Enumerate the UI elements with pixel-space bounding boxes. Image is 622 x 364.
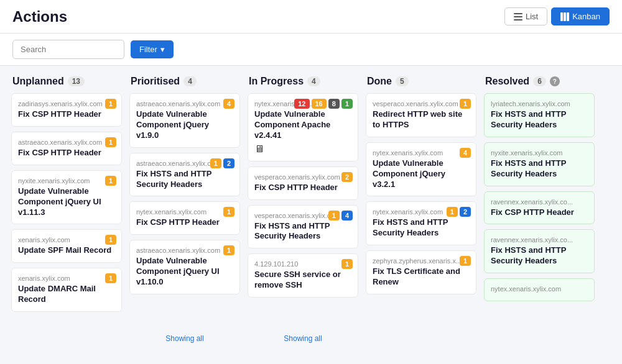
showing-all-inprogress[interactable]: Showing all bbox=[248, 332, 358, 345]
card-domain: astraeaco.xenaris.xylix.com bbox=[136, 247, 233, 254]
column-title-inprogress: In Progress bbox=[249, 76, 304, 87]
badge-orange: 1 bbox=[447, 207, 458, 217]
column-title-unplanned: Unplanned bbox=[12, 76, 64, 87]
card-domain: astraeaco.xenaris.xylix.com bbox=[136, 100, 233, 107]
card-domain: 4.129.101.210 bbox=[254, 260, 351, 268]
help-icon[interactable]: ? bbox=[550, 76, 560, 86]
column-count-done: 5 bbox=[396, 76, 409, 86]
card[interactable]: astraeaco.xenaris.xylix.com Update Vulne… bbox=[129, 240, 240, 294]
card-title: Fix CSP HTTP Header bbox=[18, 148, 115, 158]
badge-orange: 16 bbox=[312, 99, 327, 109]
badge-blue: 4 bbox=[341, 211, 353, 221]
kanban-view-button[interactable]: Kanban bbox=[551, 7, 610, 25]
card-title: Fix HSTS and HTTP Security Headers bbox=[491, 245, 588, 266]
card[interactable]: vesperaco.xenaris.xylix.com Fix CSP HTTP… bbox=[248, 166, 358, 200]
badge: 1 bbox=[105, 235, 116, 245]
badge: 1 bbox=[341, 259, 353, 269]
badge: 1 bbox=[105, 99, 116, 109]
badge-blue: 2 bbox=[460, 207, 471, 217]
badge: 1 bbox=[105, 273, 116, 283]
badge: 4 bbox=[460, 148, 471, 158]
card[interactable]: vesperaco.xenaris.xylix.com Redirect HTT… bbox=[366, 93, 476, 137]
card-domain: ravennex.xenaris.xylix.co... bbox=[491, 198, 588, 206]
cards-done: vesperaco.xenaris.xylix.com Redirect HTT… bbox=[366, 93, 476, 345]
badge-green: 1 bbox=[341, 99, 353, 109]
column-header-resolved: Resolved 6 ? bbox=[484, 76, 595, 87]
card[interactable]: ravennex.xenaris.xylix.co... Fix CSP HTT… bbox=[484, 191, 595, 225]
card[interactable]: zephyra.zypherus.xenaris.x... Fix TLS Ce… bbox=[366, 250, 476, 294]
column-resolved: Resolved 6 ? lyriatech.xenaris.xylix.com… bbox=[480, 76, 598, 345]
card[interactable]: astraeaco.xenaris.xylix.com Update Vulne… bbox=[129, 93, 240, 148]
svg-rect-1 bbox=[514, 16, 522, 17]
column-title-resolved: Resolved bbox=[485, 76, 529, 87]
card[interactable]: 4.129.101.210 Secure SSH service or remo… bbox=[248, 253, 358, 298]
card-domain: nytex.xenaris.xylix.com bbox=[491, 285, 588, 293]
card[interactable]: nytex.xenaris.xylix.com Update Vulnerabl… bbox=[248, 93, 358, 162]
column-count-unplanned: 13 bbox=[68, 76, 85, 86]
badge: 1 bbox=[460, 256, 471, 266]
column-count-resolved: 6 bbox=[533, 76, 546, 86]
chevron-down-icon: ▾ bbox=[160, 45, 165, 54]
card[interactable]: zadiriasys.xenaris.xylix.com Fix CSP HTT… bbox=[11, 93, 122, 127]
column-prioritised: Prioritised 4 astraeaco.xenaris.xylix.co… bbox=[126, 76, 244, 345]
card-domain: nyxite.xenaris.xylix.com bbox=[18, 177, 115, 184]
column-count-prioritised: 4 bbox=[183, 76, 197, 86]
card-title: Update SPF Mail Record bbox=[18, 245, 115, 256]
card[interactable]: astraeaco.xenaris.xylix.com Fix HSTS and… bbox=[129, 153, 240, 197]
badge-dark: 8 bbox=[328, 99, 340, 109]
card-domain: astraeaco.xenaris.xylix.com bbox=[18, 139, 115, 146]
column-title-prioritised: Prioritised bbox=[131, 76, 180, 87]
showing-all-prioritised[interactable]: Showing all bbox=[129, 332, 240, 345]
card[interactable]: nytex.xenaris.xylix.com bbox=[484, 278, 595, 301]
card-title: Redirect HTTP web site to HTTPS bbox=[373, 109, 470, 130]
cards-unplanned: zadiriasys.xenaris.xylix.com Fix CSP HTT… bbox=[11, 93, 122, 345]
card-title: Fix TLS Certificate and Renew bbox=[373, 266, 470, 288]
badge-orange: 1 bbox=[328, 211, 340, 221]
card[interactable]: vesperaco.xenaris.xylix.com Fix HSTS and… bbox=[248, 205, 358, 249]
card-title: Fix HSTS and HTTP Security Headers bbox=[254, 221, 351, 242]
badge-red: 12 bbox=[294, 99, 309, 109]
card-domain: xenaris.xylix.com bbox=[18, 275, 115, 282]
card-title: Update Vulnerable Component jQuery UI v1… bbox=[18, 186, 115, 218]
card-title: Update Vulnerable Component Apache v2.4.… bbox=[254, 109, 351, 141]
card-title: Fix CSP HTTP Header bbox=[136, 217, 233, 228]
card[interactable]: nytex.xenaris.xylix.com Fix HSTS and HTT… bbox=[366, 201, 476, 245]
page-header: Actions List Kanban bbox=[0, 0, 622, 34]
column-count-inprogress: 4 bbox=[307, 76, 320, 86]
card[interactable]: nytex.xenaris.xylix.com Fix CSP HTTP Hea… bbox=[129, 201, 240, 235]
card-title: Fix HSTS and HTTP Security Headers bbox=[491, 158, 588, 180]
card[interactable]: xenaris.xylix.com Update DMARC Mail Reco… bbox=[11, 268, 122, 312]
svg-rect-3 bbox=[560, 12, 563, 21]
multi-badges: 121681 bbox=[294, 99, 353, 109]
card-domain: xenaris.xylix.com bbox=[18, 236, 115, 243]
badge: 2 bbox=[341, 172, 353, 182]
card[interactable]: ravennex.xenaris.xylix.co... Fix HSTS an… bbox=[484, 229, 595, 273]
card-domain: vesperaco.xenaris.xylix.com bbox=[254, 173, 351, 181]
card[interactable]: nyxite.xenaris.xylix.com Update Vulnerab… bbox=[11, 170, 122, 225]
card[interactable]: nyxite.xenaris.xylix.com Fix HSTS and HT… bbox=[484, 142, 595, 186]
list-view-button[interactable]: List bbox=[504, 7, 547, 25]
badge: 4 bbox=[223, 99, 234, 109]
cards-prioritised: astraeaco.xenaris.xylix.com Update Vulne… bbox=[129, 93, 240, 327]
page-title: Actions bbox=[12, 8, 67, 25]
filter-button[interactable]: Filter ▾ bbox=[131, 40, 174, 58]
search-input[interactable] bbox=[12, 40, 124, 59]
card[interactable]: nytex.xenaris.xylix.com Update Vulnerabl… bbox=[366, 142, 476, 197]
card-domain: zadiriasys.xenaris.xylix.com bbox=[18, 100, 115, 107]
column-header-inprogress: In Progress 4 bbox=[248, 76, 358, 87]
card-title: Fix CSP HTTP Header bbox=[18, 109, 115, 120]
card-title: Update Vulnerable Component jQuery UI v1… bbox=[136, 256, 233, 288]
badge: 1 bbox=[105, 176, 116, 186]
kanban-board: Unplanned 13 zadiriasys.xenaris.xylix.co… bbox=[0, 66, 622, 355]
card[interactable]: xenaris.xylix.com Update SPF Mail Record… bbox=[11, 229, 122, 263]
card-domain: nytex.xenaris.xylix.com bbox=[136, 208, 233, 216]
multi-badges: 14 bbox=[328, 211, 353, 221]
card[interactable]: lyriatech.xenaris.xylix.com Fix HSTS and… bbox=[484, 93, 595, 137]
column-header-unplanned: Unplanned 13 bbox=[11, 76, 122, 87]
badge: 1 bbox=[223, 245, 234, 255]
svg-rect-2 bbox=[514, 19, 522, 20]
card-title: Secure SSH service or remove SSH bbox=[254, 270, 351, 291]
svg-rect-0 bbox=[514, 13, 522, 14]
card[interactable]: astraeaco.xenaris.xylix.com Fix CSP HTTP… bbox=[11, 132, 122, 165]
card-title: Fix HSTS and HTTP Security Headers bbox=[373, 217, 470, 239]
